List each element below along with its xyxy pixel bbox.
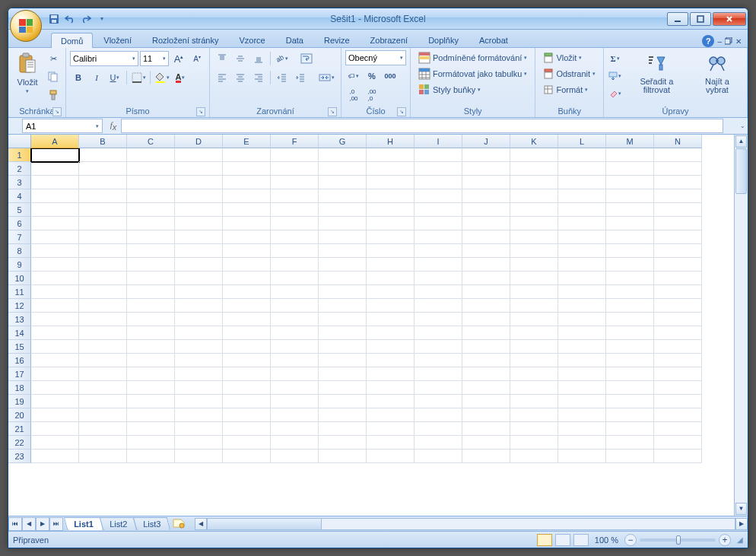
cell[interactable] (606, 230, 654, 244)
tab-rozložení stránky[interactable]: Rozložení stránky (142, 32, 228, 47)
cell[interactable] (510, 436, 558, 450)
cell[interactable] (223, 381, 271, 395)
cell[interactable] (175, 176, 223, 189)
cell[interactable] (510, 148, 558, 162)
scroll-down-icon[interactable]: ▼ (735, 503, 747, 515)
cell[interactable] (462, 272, 510, 285)
cell[interactable] (271, 272, 319, 285)
cell[interactable] (415, 272, 462, 285)
cell[interactable] (223, 189, 271, 203)
cell[interactable] (654, 285, 702, 299)
cell[interactable] (367, 408, 415, 422)
tab-revize[interactable]: Revize (314, 32, 360, 47)
align-top-button[interactable] (214, 50, 230, 67)
cell[interactable] (127, 162, 175, 176)
cell[interactable] (367, 148, 415, 162)
cell[interactable] (319, 408, 367, 422)
cell[interactable] (654, 244, 702, 258)
italic-button[interactable]: I (88, 69, 105, 86)
col-header-J[interactable]: J (462, 135, 510, 148)
row-header-7[interactable]: 7 (8, 230, 31, 244)
cell[interactable] (79, 285, 127, 299)
cell[interactable] (223, 340, 271, 354)
cell[interactable] (127, 450, 175, 463)
horizontal-scrollbar[interactable]: ◀ ▶ (195, 518, 748, 530)
cell[interactable] (31, 367, 79, 381)
cell[interactable] (79, 230, 127, 244)
cell[interactable] (79, 450, 127, 463)
cell[interactable] (175, 189, 223, 203)
cell[interactable] (271, 299, 319, 313)
cell[interactable] (127, 299, 175, 313)
cell[interactable] (654, 176, 702, 189)
cell[interactable] (510, 422, 558, 436)
cell[interactable] (79, 326, 127, 340)
cell[interactable] (510, 230, 558, 244)
cell[interactable] (223, 217, 271, 230)
cell[interactable] (31, 381, 79, 395)
cell[interactable] (415, 162, 462, 176)
cell[interactable] (558, 217, 606, 230)
tab-doplňky[interactable]: Doplňky (418, 32, 469, 47)
cell[interactable] (510, 189, 558, 203)
cell[interactable] (79, 148, 127, 162)
cell[interactable] (271, 258, 319, 272)
cell[interactable] (510, 367, 558, 381)
cell[interactable] (558, 285, 606, 299)
last-sheet-button[interactable]: ⏭ (49, 517, 63, 531)
decrease-indent-button[interactable] (274, 69, 291, 86)
new-sheet-button[interactable] (172, 518, 187, 530)
row-header-19[interactable]: 19 (8, 395, 31, 408)
cell[interactable] (79, 217, 127, 230)
cell[interactable] (31, 244, 79, 258)
cell[interactable] (223, 285, 271, 299)
cell[interactable] (319, 189, 367, 203)
cell[interactable] (31, 258, 79, 272)
cell[interactable] (654, 354, 702, 367)
cell[interactable] (175, 436, 223, 450)
cell[interactable] (127, 148, 175, 162)
cell[interactable] (462, 395, 510, 408)
cell[interactable] (462, 148, 510, 162)
cell[interactable] (175, 258, 223, 272)
sheet-tab-list1[interactable]: List1 (64, 517, 103, 530)
row-header-2[interactable]: 2 (8, 162, 31, 176)
cell[interactable] (223, 176, 271, 189)
row-header-18[interactable]: 18 (8, 381, 31, 395)
cell[interactable] (127, 176, 175, 189)
merge-button[interactable] (316, 69, 337, 86)
cell[interactable] (175, 299, 223, 313)
cell[interactable] (606, 408, 654, 422)
cell[interactable] (223, 354, 271, 367)
cell[interactable] (654, 395, 702, 408)
find-select-button[interactable]: Najít a vybrat (691, 50, 743, 96)
resize-grip-icon[interactable]: ◢ (737, 535, 743, 544)
cell[interactable] (175, 148, 223, 162)
row-header-22[interactable]: 22 (8, 436, 31, 450)
cell[interactable] (367, 189, 415, 203)
col-header-D[interactable]: D (175, 135, 223, 148)
cell[interactable] (223, 148, 271, 162)
cell[interactable] (79, 367, 127, 381)
cell[interactable] (462, 354, 510, 367)
cell[interactable] (223, 367, 271, 381)
cell[interactable] (175, 230, 223, 244)
cell[interactable] (175, 162, 223, 176)
orientation-button[interactable]: ab (274, 50, 291, 67)
autosum-button[interactable]: Σ (608, 50, 622, 67)
cell[interactable] (271, 354, 319, 367)
cell[interactable] (415, 189, 462, 203)
cell[interactable] (271, 408, 319, 422)
tab-vložení[interactable]: Vložení (94, 32, 141, 47)
cell[interactable] (319, 436, 367, 450)
cell[interactable] (319, 162, 367, 176)
cell[interactable] (606, 354, 654, 367)
fill-button[interactable] (608, 68, 622, 84)
cell[interactable] (462, 299, 510, 313)
row-header-12[interactable]: 12 (8, 299, 31, 313)
cell[interactable] (462, 244, 510, 258)
cell[interactable] (654, 148, 702, 162)
cell[interactable] (319, 203, 367, 217)
cell[interactable] (79, 299, 127, 313)
cell[interactable] (558, 436, 606, 450)
